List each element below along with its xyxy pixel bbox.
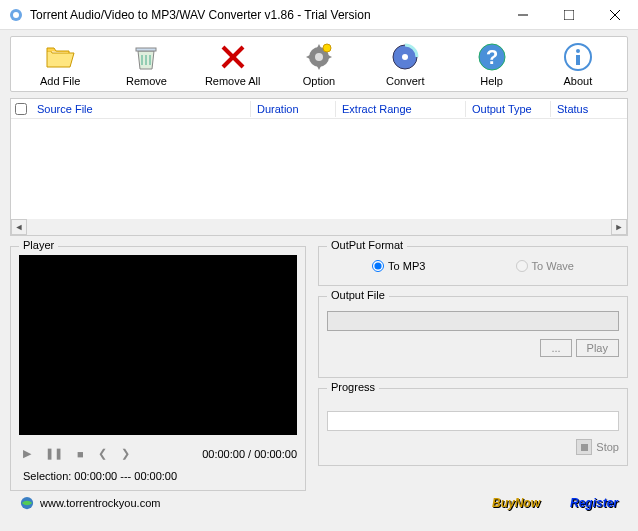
progress-panel: Progress Stop (318, 388, 628, 466)
maximize-button[interactable] (546, 0, 592, 30)
pause-icon[interactable]: ❚❚ (45, 447, 63, 460)
to-wave-radio[interactable] (516, 260, 528, 272)
col-source-file[interactable]: Source File (31, 101, 251, 117)
play-output-button[interactable]: Play (576, 339, 619, 357)
list-header: Source File Duration Extract Range Outpu… (11, 99, 627, 119)
remove-button[interactable]: Remove (107, 41, 185, 87)
scroll-left-icon[interactable]: ◄ (11, 219, 27, 235)
add-file-label: Add File (40, 75, 80, 87)
to-mp3-text: To MP3 (388, 260, 425, 272)
output-file-panel: Output File ... Play (318, 296, 628, 378)
close-button[interactable] (592, 0, 638, 30)
minimize-button[interactable] (500, 0, 546, 30)
buynow-link[interactable]: BuyNow (492, 496, 540, 510)
progress-legend: Progress (327, 381, 379, 393)
convert-label: Convert (386, 75, 425, 87)
mark-out-icon[interactable]: ❯ (121, 447, 130, 460)
svg-rect-3 (564, 10, 574, 20)
close-icon (610, 10, 620, 20)
browse-button[interactable]: ... (540, 339, 571, 357)
minimize-icon (518, 10, 528, 20)
remove-all-label: Remove All (205, 75, 261, 87)
output-format-panel: OutPut Format To MP3 To Wave (318, 246, 628, 286)
svg-rect-18 (576, 55, 580, 65)
play-icon[interactable]: ▶ (23, 447, 31, 460)
output-file-path (327, 311, 619, 331)
to-wave-radio-label[interactable]: To Wave (516, 260, 574, 272)
footer: www.torrentrockyou.com BuyNow Register (10, 492, 628, 514)
remove-label: Remove (126, 75, 167, 87)
stop-label: Stop (596, 441, 619, 453)
remove-all-button[interactable]: Remove All (194, 41, 272, 87)
gear-icon (303, 41, 335, 73)
svg-point-13 (402, 54, 408, 60)
recycle-bin-icon (130, 41, 162, 73)
output-file-legend: Output File (327, 289, 389, 301)
to-mp3-radio-label[interactable]: To MP3 (372, 260, 425, 272)
svg-point-10 (315, 53, 323, 61)
window-title: Torrent Audio/Video to MP3/WAV Converter… (30, 8, 500, 22)
player-controls: ▶ ❚❚ ■ ❮ ❯ 00:00:00 / 00:00:00 (19, 447, 297, 460)
register-link[interactable]: Register (570, 496, 618, 510)
select-all-checkbox-cell (11, 103, 31, 115)
titlebar: Torrent Audio/Video to MP3/WAV Converter… (0, 0, 638, 30)
remove-x-icon (217, 41, 249, 73)
svg-point-17 (576, 49, 580, 53)
svg-rect-6 (136, 48, 156, 51)
about-button[interactable]: About (539, 41, 617, 87)
svg-point-1 (13, 12, 19, 18)
app-icon (8, 7, 24, 23)
file-list: Source File Duration Extract Range Outpu… (10, 98, 628, 236)
globe-icon (20, 496, 34, 510)
info-icon (562, 41, 594, 73)
website-url[interactable]: www.torrentrockyou.com (40, 497, 160, 509)
mark-in-icon[interactable]: ❮ (98, 447, 107, 460)
horizontal-scrollbar[interactable]: ◄ ► (11, 219, 627, 235)
col-duration[interactable]: Duration (251, 101, 336, 117)
main-toolbar: Add File Remove Remove All Option Conver… (10, 36, 628, 92)
help-icon: ? (476, 41, 508, 73)
option-button[interactable]: Option (280, 41, 358, 87)
stop-icon[interactable]: ■ (77, 448, 84, 460)
col-output-type[interactable]: Output Type (466, 101, 551, 117)
player-panel: Player ▶ ❚❚ ■ ❮ ❯ 00:00:00 / 00:00:00 Se… (10, 246, 306, 491)
player-time: 00:00:00 / 00:00:00 (202, 448, 297, 460)
player-selection: Selection: 00:00:00 --- 00:00:00 (19, 470, 297, 482)
to-mp3-radio[interactable] (372, 260, 384, 272)
scroll-right-icon[interactable]: ► (611, 219, 627, 235)
to-wave-text: To Wave (532, 260, 574, 272)
list-body[interactable] (11, 119, 627, 219)
folder-open-icon (44, 41, 76, 73)
convert-button[interactable]: Convert (366, 41, 444, 87)
stop-square-icon (581, 444, 588, 451)
maximize-icon (564, 10, 574, 20)
output-format-legend: OutPut Format (327, 239, 407, 251)
col-status[interactable]: Status (551, 101, 627, 117)
select-all-checkbox[interactable] (15, 103, 27, 115)
about-label: About (563, 75, 592, 87)
stop-button[interactable] (576, 439, 592, 455)
help-label: Help (480, 75, 503, 87)
svg-point-11 (323, 44, 331, 52)
svg-text:?: ? (485, 46, 497, 68)
disc-convert-icon (389, 41, 421, 73)
player-screen (19, 255, 297, 435)
help-button[interactable]: ? Help (453, 41, 531, 87)
add-file-button[interactable]: Add File (21, 41, 99, 87)
option-label: Option (303, 75, 335, 87)
progress-bar (327, 411, 619, 431)
player-legend: Player (19, 239, 58, 251)
col-extract-range[interactable]: Extract Range (336, 101, 466, 117)
